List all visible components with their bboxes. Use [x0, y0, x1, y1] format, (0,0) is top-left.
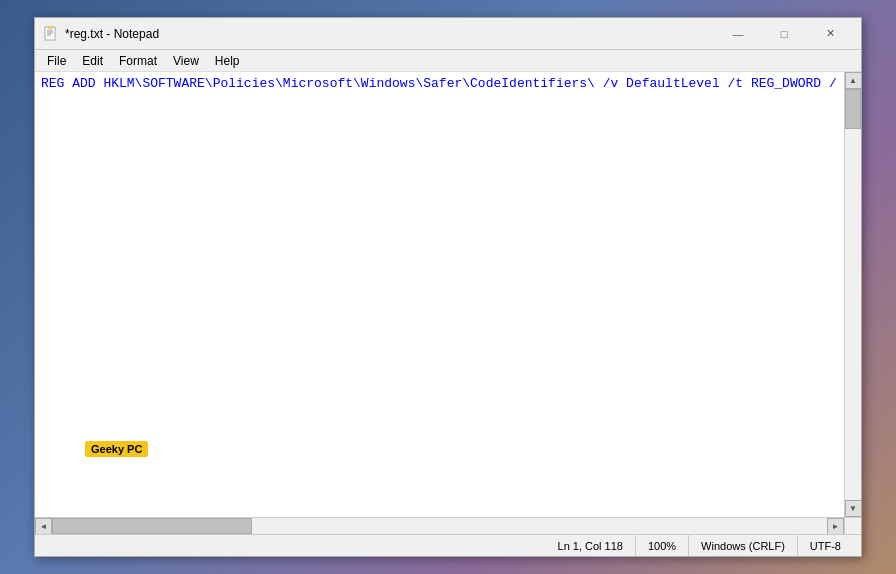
scroll-left-button[interactable]: ◄ — [35, 518, 52, 535]
horizontal-scrollbar-area: ◄ ► — [35, 517, 861, 534]
status-bar: Ln 1, Col 118 100% Windows (CRLF) UTF-8 — [35, 534, 861, 556]
title-bar-left: *reg.txt - Notepad — [43, 26, 159, 42]
scroll-right-button[interactable]: ► — [827, 518, 844, 535]
scroll-down-button[interactable]: ▼ — [845, 500, 862, 517]
menu-file[interactable]: File — [39, 50, 74, 71]
scroll-track-v[interactable] — [845, 89, 861, 500]
window-title: *reg.txt - Notepad — [65, 27, 159, 41]
editor-area[interactable]: REG ADD HKLM\SOFTWARE\Policies\Microsoft… — [35, 72, 844, 517]
title-bar-controls: — □ ✕ — [715, 18, 853, 50]
status-position: Ln 1, Col 118 — [546, 535, 636, 556]
scroll-up-button[interactable]: ▲ — [845, 72, 862, 89]
status-line-ending: Windows (CRLF) — [689, 535, 798, 556]
title-bar: *reg.txt - Notepad — □ ✕ — [35, 18, 861, 50]
menu-help[interactable]: Help — [207, 50, 248, 71]
menu-view[interactable]: View — [165, 50, 207, 71]
vertical-scrollbar: ▲ ▼ — [844, 72, 861, 517]
scrollbar-corner — [844, 518, 861, 535]
watermark-label: Geeky PC — [85, 441, 148, 457]
maximize-button[interactable]: □ — [761, 18, 807, 50]
status-encoding: UTF-8 — [798, 535, 853, 556]
menu-edit[interactable]: Edit — [74, 50, 111, 71]
close-button[interactable]: ✕ — [807, 18, 853, 50]
menu-bar: File Edit Format View Help — [35, 50, 861, 72]
scroll-thumb-v[interactable] — [845, 89, 861, 129]
svg-rect-1 — [48, 26, 52, 29]
notepad-window: *reg.txt - Notepad — □ ✕ File Edit Forma… — [34, 17, 862, 557]
scroll-track-h[interactable] — [52, 518, 827, 534]
notepad-icon — [43, 26, 59, 42]
status-zoom: 100% — [636, 535, 689, 556]
menu-format[interactable]: Format — [111, 50, 165, 71]
editor-text: REG ADD HKLM\SOFTWARE\Policies\Microsoft… — [41, 76, 837, 91]
minimize-button[interactable]: — — [715, 18, 761, 50]
editor-container: REG ADD HKLM\SOFTWARE\Policies\Microsoft… — [35, 72, 861, 517]
scroll-thumb-h[interactable] — [52, 518, 252, 534]
